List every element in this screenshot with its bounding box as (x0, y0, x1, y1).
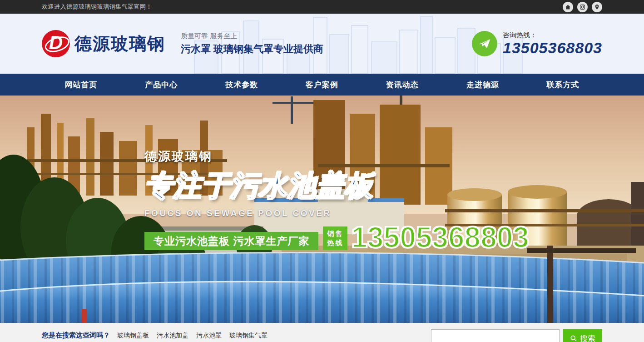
home-icon[interactable] (563, 2, 573, 12)
location-pin-icon[interactable] (592, 2, 602, 12)
sales-hotline-badge: 销售 热线 (323, 226, 347, 250)
slogan-main: 污水罩 玻璃钢集气罩专业提供商 (181, 42, 323, 56)
nav-item-news[interactable]: 资讯动态 (362, 74, 442, 96)
search-input[interactable] (431, 329, 560, 342)
hot-search-strip: 您是在搜索这些词吗？ 玻璃钢盖板 污水池加盖 污水池罩 玻璃钢集气罩 搜索 (0, 323, 644, 342)
nav-item-about[interactable]: 走进德源 (442, 74, 523, 96)
nav-item-home[interactable]: 网站首页 (41, 74, 121, 96)
keyword-link-2[interactable]: 污水池加盖 (157, 329, 188, 341)
hero-banner: 德源玻璃钢 专注于污水池盖板 FOUCS ON SEWAGE POOL COVE… (0, 96, 644, 323)
hero-subtitle-en: FOUCS ON SEWAGE POOL COVER (144, 208, 529, 218)
welcome-text: 欢迎进入德源玻璃钢玻璃钢集气罩官网！ (42, 3, 152, 11)
nav-item-cases[interactable]: 客户案例 (282, 74, 362, 96)
keyword-link-3[interactable]: 污水池罩 (196, 329, 222, 341)
sales-label-bottom: 热线 (327, 238, 343, 247)
sales-hotline-number: 13505368803 (351, 225, 529, 250)
logo-text: 德源玻璃钢 (74, 32, 165, 55)
topbar: 欢迎进入德源玻璃钢玻璃钢集气罩官网！ (0, 0, 644, 14)
hotline-number: 13505368803 (503, 40, 602, 56)
hero-brand: 德源玻璃钢 (144, 148, 529, 165)
sales-label-top: 销售 (327, 229, 343, 238)
header-slogan: 质量可靠 服务至上 污水罩 玻璃钢集气罩专业提供商 (181, 32, 323, 56)
main-nav: 网站首页 产品中心 技术参数 客户案例 资讯动态 走进德源 联系方式 (0, 74, 644, 96)
search-button-label: 搜索 (580, 333, 595, 342)
topbar-social-icons (563, 2, 602, 12)
camera-icon[interactable] (577, 2, 588, 12)
hero-headline: 专注于污水池盖板 (144, 166, 529, 205)
nav-item-contact[interactable]: 联系方式 (523, 74, 603, 96)
search-button[interactable]: 搜索 (563, 329, 602, 342)
slogan-small: 质量可靠 服务至上 (181, 32, 323, 40)
hot-keywords: 玻璃钢盖板 污水池加盖 污水池罩 玻璃钢集气罩 (117, 329, 268, 341)
logo-d-icon: D (42, 30, 70, 57)
company-logo[interactable]: D 德源玻璃钢 (42, 30, 165, 57)
hero-text-block: 德源玻璃钢 专注于污水池盖板 FOUCS ON SEWAGE POOL COVE… (144, 148, 529, 250)
keyword-link-4[interactable]: 玻璃钢集气罩 (229, 329, 268, 341)
nav-item-specs[interactable]: 技术参数 (202, 74, 282, 96)
paper-plane-icon (472, 31, 497, 56)
nav-item-products[interactable]: 产品中心 (121, 74, 202, 96)
hotline-label: 咨询热线： (503, 31, 602, 40)
hero-tagline-banner: 专业污水池盖板 污水罩生产厂家 (144, 232, 318, 250)
keyword-link-1[interactable]: 玻璃钢盖板 (117, 329, 149, 341)
site-header: D 德源玻璃钢 质量可靠 服务至上 污水罩 玻璃钢集气罩专业提供商 咨询热线： … (0, 14, 644, 74)
header-hotline: 咨询热线： 13505368803 (472, 31, 602, 56)
magnifier-icon (570, 335, 577, 342)
search-prompt: 您是在搜索这些词吗？ (42, 329, 110, 341)
